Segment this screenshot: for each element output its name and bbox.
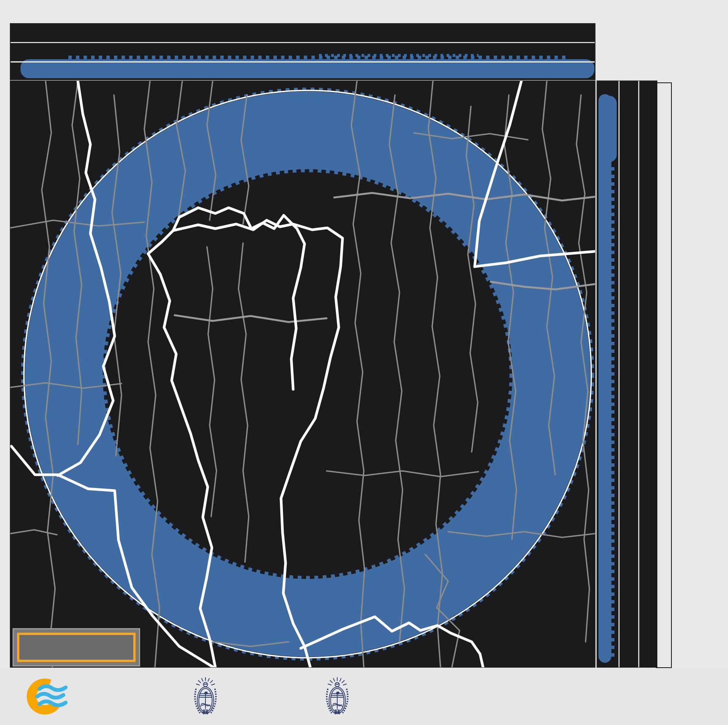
dbz-colorbar bbox=[656, 83, 671, 668]
side-cross-section-panel bbox=[597, 81, 657, 667]
top-cross-section-panel bbox=[10, 24, 595, 80]
radar-product-page bbox=[0, 0, 728, 725]
alert-badge-text bbox=[17, 633, 136, 662]
footer-logos bbox=[0, 669, 728, 725]
echo-band-vertical bbox=[599, 94, 611, 663]
radar-figure bbox=[0, 0, 728, 725]
smn-logo-icon bbox=[27, 678, 66, 715]
alert-badge bbox=[13, 628, 140, 667]
footer-graphics bbox=[0, 669, 728, 725]
economia-coat-of-arms-icon bbox=[327, 677, 347, 714]
radar-map bbox=[10, 81, 595, 667]
echo-band-vertical-bump bbox=[599, 96, 617, 162]
colorbar-strip bbox=[656, 83, 671, 668]
defensa-coat-of-arms-icon bbox=[195, 677, 216, 714]
